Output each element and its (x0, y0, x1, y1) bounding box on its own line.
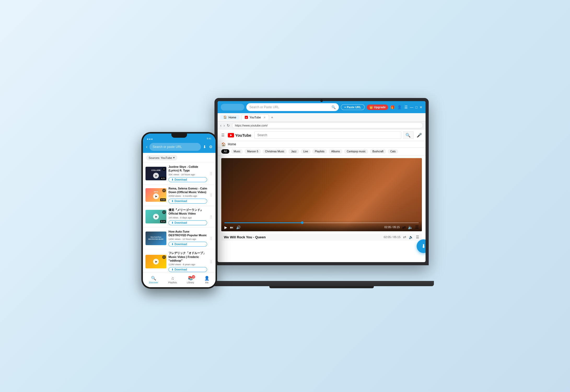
forward-button[interactable]: › (224, 123, 225, 128)
cat-chip-jazz[interactable]: Jazz (288, 149, 299, 154)
upgrade-button[interactable]: 👑 Upgrade (367, 105, 388, 110)
download-button-2[interactable]: ⬇ Download (168, 199, 207, 204)
laptop-foot (269, 286, 374, 288)
more-btn-1[interactable]: ⋮ (209, 171, 213, 176)
add-btn-1[interactable]: + (162, 167, 166, 171)
cat-chip-playlists[interactable]: Playlists (312, 149, 327, 154)
progress-bar[interactable] (224, 222, 419, 223)
skip-button[interactable]: ⏭ (230, 225, 234, 229)
more-btn-4[interactable]: ⋮ (209, 236, 213, 240)
more-btn-3[interactable]: ⋮ (209, 215, 213, 219)
home-nav-icon: 🏠 (221, 142, 226, 146)
hamburger-icon[interactable]: ☰ (221, 133, 225, 137)
play-icon-5[interactable] (153, 259, 159, 264)
dl-icon-1: ⬇ (171, 178, 173, 181)
cat-chip-maroon5[interactable]: Maroon 5 (245, 149, 261, 154)
download-button-4[interactable]: ⬇ Download (168, 242, 207, 247)
play-button[interactable]: ▶ (224, 225, 227, 229)
youtube-tab-label: YouTube (249, 116, 261, 119)
dl-icon-3: ⬇ (171, 221, 173, 224)
back-button[interactable]: ‹ (220, 123, 222, 128)
shuffle-icon[interactable]: ⇄ (402, 225, 406, 230)
cat-chip-cats[interactable]: Cats (388, 149, 398, 154)
nav-item-playlists[interactable]: ♫ Playlists (168, 276, 177, 284)
play-icon-3[interactable] (153, 214, 159, 220)
play-icon-2[interactable] (153, 193, 159, 199)
nav-item-me[interactable]: 👤 Me (204, 276, 210, 284)
paste-url-button[interactable]: + Paste URL (341, 104, 365, 110)
cat-chip-bushcraft[interactable]: Bushcraft (370, 149, 386, 154)
queue-ctrl[interactable]: ☰ (416, 235, 419, 239)
library-badge: 15 (192, 275, 195, 279)
phone-bottom-nav: 🔍 Discover ♫ Playlists 📚 15 Library 👤 (143, 272, 216, 287)
cat-chip-christmas[interactable]: Christmas Music (263, 149, 287, 154)
extra-controls: ⇄ 🔈 ☰ (402, 225, 419, 230)
cat-chip-live[interactable]: Live (301, 149, 311, 154)
home-tab[interactable]: 🏠 Home (220, 115, 239, 119)
maximize-button[interactable]: □ (415, 105, 417, 109)
queue-icon[interactable]: ☰ (415, 225, 419, 230)
youtube-tab[interactable]: YouTube ✕ (241, 114, 269, 120)
yt-search-input[interactable] (254, 131, 401, 139)
minimize-button[interactable]: — (410, 105, 413, 109)
item-info-4: How Auto-Tune DESTROYED Popular Music 14… (168, 230, 207, 247)
me-icon: 👤 (204, 276, 210, 281)
app-logo (221, 104, 244, 111)
video-area: ▶ ⏭ 🔊 02:05 / 05:15 ⇄ 🔈 (218, 155, 426, 261)
dl-icon-4: ⬇ (171, 243, 173, 246)
laptop: Search or Paste URL 🔍 + Paste URL 👑 Upgr… (214, 98, 429, 286)
list-item: vevo 4:00 + Rema, Selena Gomez - Calm Do… (143, 185, 216, 206)
cat-chip-albums[interactable]: Albums (329, 149, 342, 154)
download-button-1[interactable]: ⬇ Download (168, 177, 207, 182)
laptop-notch (320, 99, 323, 102)
laptop-body: Search or Paste URL 🔍 + Paste URL 👑 Upgr… (214, 98, 429, 265)
yt-search-button[interactable]: 🔍 (403, 131, 414, 139)
user-icon[interactable]: 👤 (397, 105, 402, 109)
yt-logo-icon (228, 133, 234, 137)
volume-icon[interactable]: 🔈 (408, 225, 413, 230)
search-bar[interactable]: Search or Paste URL 🔍 (246, 103, 339, 111)
new-tab-button[interactable]: + (271, 115, 273, 119)
download-button-3[interactable]: ⬇ Download (168, 220, 207, 225)
gift-icon[interactable]: 🎁 (390, 105, 395, 109)
topbar-icons: 🎁 👤 ☰ (390, 105, 408, 109)
close-button[interactable]: ✕ (420, 105, 422, 109)
volume-ctrl[interactable]: 🔈 (409, 235, 413, 239)
item-title-5: フレデリック「オドループ」Music Video | Frederic "odd… (168, 251, 207, 262)
add-btn-3[interactable]: + (162, 210, 166, 214)
library-label: Library (187, 281, 194, 284)
menu-icon[interactable]: ☰ (404, 105, 408, 109)
phone-search-bar[interactable]: Search or paste URL (149, 143, 201, 151)
phone-settings-icon[interactable]: ⚙ (209, 145, 212, 149)
cat-chip-cantopop[interactable]: Cantopop music (344, 149, 368, 154)
nav-item-library[interactable]: 📚 15 Library (187, 276, 194, 284)
shuffle-ctrl[interactable]: ⇄ (403, 235, 406, 239)
download-button-5[interactable]: ⬇ Download (168, 267, 207, 272)
item-title-2: Rema, Selena Gomez - Calm Down (Official… (168, 187, 207, 194)
download-fab-button[interactable]: ⬇ (417, 239, 426, 253)
cat-chip-all[interactable]: All (221, 149, 229, 154)
phone-header-icons: ⬇ ⚙ (203, 145, 212, 149)
play-icon-1[interactable] (153, 173, 159, 178)
more-btn-5[interactable]: ⋮ (209, 260, 213, 264)
tab-close-button[interactable]: ✕ (264, 116, 266, 119)
refresh-button[interactable]: ↻ (227, 123, 230, 128)
home-nav-label[interactable]: Home (228, 142, 236, 146)
video-player[interactable]: ▶ ⏭ 🔊 02:05 / 05:15 ⇄ 🔈 (221, 158, 422, 231)
nav-item-discover[interactable]: 🔍 Discover (149, 276, 158, 284)
list-item: How AutoTune DESTROYED MUSIC How Auto-Tu… (143, 228, 216, 249)
phone-download-icon[interactable]: ⬇ (203, 145, 206, 149)
item-info-1: Justine Skye - Collide (Lyrics) ft. Tyga… (168, 165, 207, 182)
more-btn-2[interactable]: ⋮ (209, 193, 213, 197)
sources-dropdown[interactable]: Sources: YouTube ▾ (146, 155, 177, 160)
list-item: + フレデリック「オドループ」Music Video | Frederic "o… (143, 249, 216, 273)
thumbnail-collide: COLLIDE 4:21 + (146, 167, 166, 180)
item-meta-2: 205M views · 3 months ago (168, 195, 207, 197)
address-input[interactable]: https://www.youtube.com/ (232, 123, 423, 128)
item-info-5: フレデリック「オドループ」Music Video | Frederic "odd… (168, 251, 207, 272)
volume-button[interactable]: 🔊 (236, 225, 241, 229)
cat-chip-music[interactable]: Music (231, 149, 243, 154)
yt-mic-icon[interactable]: 🎤 (417, 133, 422, 138)
list-item: COLLIDE 4:21 + Justine Skye - Collide (L… (143, 163, 216, 185)
phone-back-button[interactable]: ‹ (146, 145, 147, 149)
